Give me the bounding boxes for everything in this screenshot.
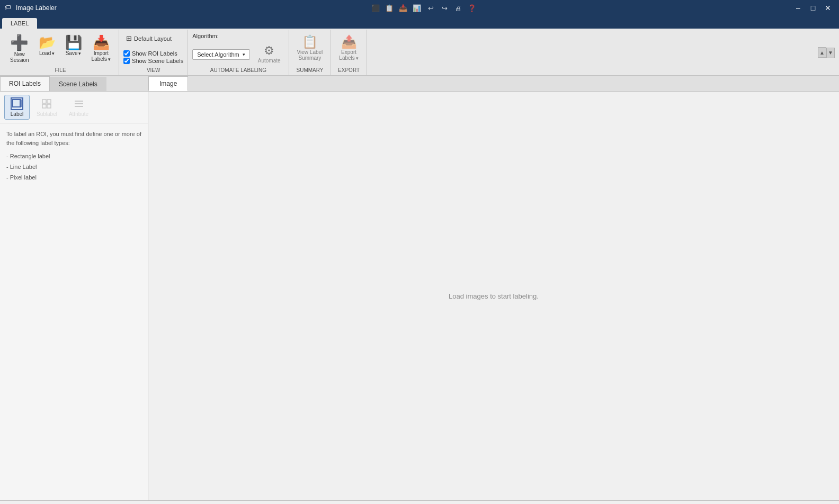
toolbar-btn-3[interactable]: 📥 [397,2,409,14]
toolbar-btn-redo[interactable]: ↪ [438,2,451,14]
default-layout-button[interactable]: ⊞ Default Layout [123,33,174,44]
panel-tabs: ROI Labels Scene Labels [0,76,148,92]
show-roi-checkbox[interactable] [123,50,130,57]
sublabel-tool-icon [40,97,53,110]
label-tool-label: Label [11,111,23,117]
automate-button[interactable]: ⚙ Automate [254,42,284,66]
attribute-tool-label: Attribute [69,111,88,117]
ribbon-scroll-down[interactable]: ▼ [826,48,835,58]
svg-rect-6 [42,104,46,108]
sublabel-tool-label: Sublabel [37,111,57,117]
ribbon-group-automate: Algorithm: Select Algorithm ▾ ⚙ Automate… [188,30,289,75]
panel-content: To label an ROI, you must first define o… [0,123,148,500]
select-algorithm-arrow: ▾ [243,52,245,57]
show-scene-check[interactable]: Show Scene Labels [123,58,183,64]
app-icon: 🏷 [4,4,13,12]
view-group-content: ⊞ Default Layout Show ROI Labels Show Sc… [123,31,183,66]
ribbon-group-file: ➕ NewSession 📂 Load▾ 💾 Save▾ 📥 ImportLab… [2,30,119,75]
load-button[interactable]: 📂 Load▾ [35,33,59,59]
svg-rect-4 [42,100,46,103]
image-content: Load images to start labeling. [148,92,839,500]
summary-icon: 📋 [302,35,318,48]
label-tool-icon [11,97,23,110]
main-area: ROI Labels Scene Labels Label [0,76,839,500]
summary-group-content: 📋 View LabelSummary [293,31,327,66]
view-label-summary-label: View LabelSummary [297,49,323,61]
ribbon-group-summary: 📋 View LabelSummary SUMMARY [289,30,332,75]
automate-label: Automate [258,58,281,64]
save-button[interactable]: 💾 Save▾ [61,33,86,59]
toolbar-btn-undo[interactable]: ↩ [424,2,437,14]
empty-message: Load images to start labeling. [449,292,539,300]
ribbon-scroll-up[interactable]: ▲ [818,47,826,58]
select-algorithm-button[interactable]: Select Algorithm ▾ [192,49,249,60]
toolbar-btn-help[interactable]: ❓ [466,2,478,14]
label-tool-button[interactable]: Label [4,95,30,120]
default-layout-label: Default Layout [134,35,172,42]
view-label-summary-button[interactable]: 📋 View LabelSummary [293,33,327,64]
panel-hint-list: - Rectangle label - Line Label - Pixel l… [6,151,141,183]
title-bar-tools: ⬛ 📋 📥 📊 ↩ ↪ 🖨 ❓ [369,2,478,14]
ribbon-group-export: 📤 ExportLabels▾ EXPORT [331,30,367,75]
svg-rect-5 [47,100,51,103]
toolbar-btn-2[interactable]: 📋 [383,2,396,14]
panel-hint-text: To label an ROI, you must first define o… [6,130,141,147]
export-group-label: EXPORT [335,66,362,74]
title-bar-controls: – □ ✕ [791,2,835,14]
scene-labels-tab[interactable]: Scene Labels [50,77,106,91]
load-icon: 📂 [39,35,56,49]
attribute-tool-icon [73,97,85,110]
panel-toolbar: Label Sublabel [0,92,148,123]
export-group-content: 📤 ExportLabels▾ [335,31,362,66]
view-group-label: VIEW [123,66,183,74]
left-panel: ROI Labels Scene Labels Label [0,76,148,500]
toolbar-btn-1[interactable]: ⬛ [369,2,382,14]
title-bar-left: 🏷 Image Labeler [4,4,57,12]
layout-icon: ⊞ [126,34,132,42]
title-bar: 🏷 Image Labeler ⬛ 📋 📥 📊 ↩ ↪ 🖨 ❓ – □ ✕ [0,0,839,16]
new-session-label: NewSession [10,51,29,63]
toolbar-btn-4[interactable]: 📊 [410,2,423,14]
roi-labels-tab[interactable]: ROI Labels [0,76,50,91]
import-label: ImportLabels▾ [92,50,111,62]
load-label: Load▾ [39,50,55,56]
svg-rect-7 [47,104,51,108]
export-icon: 📤 [341,35,357,48]
summary-group-label: SUMMARY [293,66,327,74]
image-tab[interactable]: Image [148,76,188,91]
import-labels-button[interactable]: 📥 ImportLabels▾ [88,33,114,65]
hint-item-2: - Pixel label [6,173,141,183]
select-algorithm-label: Select Algorithm [197,51,239,58]
maximize-button[interactable]: □ [806,2,820,14]
view-checkboxes: Show ROI Labels Show Scene Labels [123,48,183,64]
show-scene-label: Show Scene Labels [132,58,183,64]
import-icon: 📥 [93,35,110,49]
app-title: Image Labeler [16,4,57,12]
file-group-content: ➕ NewSession 📂 Load▾ 💾 Save▾ 📥 ImportLab… [6,31,114,66]
toolbar-btn-print[interactable]: 🖨 [452,2,465,14]
save-icon: 💾 [65,35,82,49]
show-roi-label: Show ROI Labels [132,50,177,57]
show-scene-checkbox[interactable] [123,58,130,64]
hint-item-0: - Rectangle label [6,151,141,162]
new-session-button[interactable]: ➕ NewSession [6,33,33,66]
algorithm-label: Algorithm: [192,33,219,39]
minimize-button[interactable]: – [791,2,805,14]
new-session-icon: ➕ [10,35,29,50]
image-panel: Image Load images to start labeling. [148,76,839,500]
automate-icon: ⚙ [264,45,274,57]
attribute-tool-button[interactable]: Attribute [64,95,93,120]
automate-group-content: Algorithm: Select Algorithm ▾ ⚙ Automate [192,31,284,66]
show-roi-check[interactable]: Show ROI Labels [123,50,183,57]
ribbon-group-view: ⊞ Default Layout Show ROI Labels Show Sc… [119,30,188,75]
hint-item-1: - Line Label [6,162,141,173]
ribbon: ➕ NewSession 📂 Load▾ 💾 Save▾ 📥 ImportLab… [0,29,839,76]
sublabel-tool-button[interactable]: Sublabel [32,95,62,120]
export-labels-label: ExportLabels▾ [339,49,358,61]
file-group-label: FILE [6,66,114,74]
export-labels-button[interactable]: 📤 ExportLabels▾ [335,33,362,64]
ribbon-tab-strip: LABEL [0,16,839,29]
close-button[interactable]: ✕ [821,2,835,14]
svg-rect-0 [13,100,20,107]
ribbon-tab-label[interactable]: LABEL [2,18,37,29]
